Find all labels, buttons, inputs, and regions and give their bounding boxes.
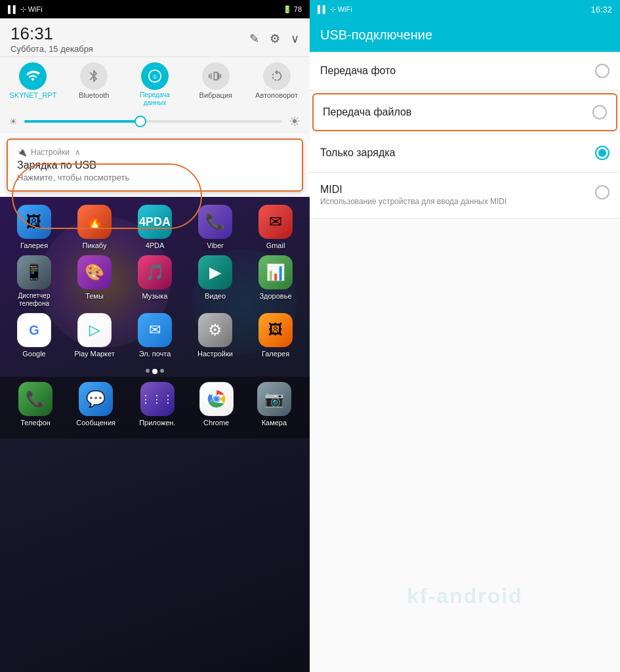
settings-app-icon: ⚙ [198, 313, 232, 347]
dock: 📞 Телефон 💬 Сообщения ⋮⋮⋮ Приложен. [0, 377, 310, 438]
dispatcher-label: Диспетчер телефона [7, 292, 62, 308]
dot-3 [160, 369, 164, 373]
chrome-icon [199, 382, 234, 416]
app-dispatcher[interactable]: 📱 Диспетчер телефона [7, 255, 62, 308]
gmail-label: Gmail [266, 242, 285, 250]
usb-options: Передача фото Передача файлов Только зар… [310, 52, 620, 672]
settings-label: Настройки [197, 350, 233, 358]
camera-icon: 📷 [257, 382, 291, 416]
usb-option-midi[interactable]: MIDI Использование устройства для ввода … [310, 173, 620, 219]
gmail-icon: ✉ [258, 205, 293, 239]
sms-label: Сообщения [76, 419, 115, 427]
charge-radio[interactable] [595, 146, 610, 160]
wifi-icon [19, 62, 47, 90]
page-indicator [0, 366, 310, 377]
edit-icon[interactable]: ✎ [249, 32, 259, 46]
vibration-icon [202, 62, 230, 90]
health-label: Здоровье [259, 292, 291, 301]
usb-icon: 🔌 [17, 148, 27, 157]
app-video[interactable]: ▶ Видео [188, 255, 243, 308]
pikabu-icon: 🔥 [77, 205, 112, 239]
app-email[interactable]: ✉ Эл. почта [127, 313, 182, 358]
app-gallery[interactable]: 🖼 Галерея [7, 205, 62, 250]
photo-radio[interactable] [595, 64, 610, 78]
usb-notification-card[interactable]: 🔌 Настройки ∧ Зарядка по USB Нажмите, чт… [7, 138, 303, 192]
themes-icon: 🎨 [77, 255, 112, 289]
dock-apps[interactable]: ⋮⋮⋮ Приложен. [139, 382, 175, 427]
usb-title: USB-подключение [320, 28, 610, 43]
notif-header: 16:31 Суббота, 15 декабря ✎ ⚙ ∨ [0, 18, 310, 56]
app-google[interactable]: G Google [7, 313, 62, 358]
app-grid: 🖼 Галерея 🔥 Пикабу 4PDA 4PDA 📞 Viber ✉ G… [0, 197, 310, 366]
toggle-data[interactable]: ① Передачаданных [129, 62, 181, 107]
files-radio[interactable] [592, 105, 607, 119]
4pda-icon: 4PDA [138, 205, 172, 239]
signal-icon: ▌▌ ⊹ WiFi [8, 5, 43, 14]
app-gmail[interactable]: ✉ Gmail [248, 205, 303, 250]
battery-status: 🔋 78 [283, 5, 302, 14]
viber-icon: 📞 [198, 205, 232, 239]
dock-chrome[interactable]: Chrome [199, 382, 234, 427]
status-bar-right: ▌▌ ⊹ WiFi 16:32 [310, 0, 620, 18]
bluetooth-label: Bluetooth [79, 91, 109, 100]
usb-option-files[interactable]: Передача файлов [312, 93, 617, 131]
toggle-rotation[interactable]: Автоповорот [251, 62, 303, 107]
notif-time: 16:31 [10, 24, 93, 44]
app-viber[interactable]: 📞 Viber [188, 205, 243, 250]
usb-option-charge[interactable]: Только зарядка [310, 134, 620, 173]
notif-title: Зарядка по USB [17, 159, 293, 171]
dock-phone[interactable]: 📞 Телефон [18, 382, 52, 427]
gallery-icon: 🖼 [17, 205, 51, 239]
app-settings[interactable]: ⚙ Настройки [188, 313, 243, 358]
app-pikabu[interactable]: 🔥 Пикабу [67, 205, 122, 250]
notif-subtitle: Нажмите, чтобы посмотреть [17, 173, 293, 182]
app-health[interactable]: 📊 Здоровье [248, 255, 303, 308]
app-gallery2[interactable]: 🖼 Галерея [248, 313, 303, 358]
notification-panel: 16:31 Суббота, 15 декабря ✎ ⚙ ∨ SKYNET_R… [0, 18, 310, 197]
files-option-wrapper: Передача файлов [312, 93, 617, 131]
brightness-row: ☀ ☀ [0, 110, 310, 133]
email-icon: ✉ [138, 313, 172, 347]
video-label: Видео [205, 292, 226, 301]
right-signal: ▌▌ ⊹ WiFi [318, 5, 352, 14]
usb-option-photo[interactable]: Передача фото [310, 52, 620, 91]
phone-label: Телефон [20, 419, 51, 427]
apps-icon: ⋮⋮⋮ [140, 382, 175, 416]
option-midi-text: MIDI Использование устройства для ввода … [320, 184, 506, 206]
left-panel: ▌▌ ⊹ WiFi 🔋 78 16:31 Суббота, 15 декабря… [0, 0, 310, 672]
dock-camera[interactable]: 📷 Камера [257, 382, 291, 427]
camera-label: Камера [262, 419, 287, 427]
4pda-label: 4PDA [146, 242, 165, 250]
status-bar-left: ▌▌ ⊹ WiFi 🔋 78 [0, 0, 310, 18]
notif-expand-icon: ∧ [75, 148, 81, 157]
settings-icon[interactable]: ⚙ [270, 32, 280, 46]
toggle-bluetooth[interactable]: Bluetooth [68, 62, 120, 107]
app-4pda[interactable]: 4PDA 4PDA [127, 205, 182, 250]
notif-card-header: 🔌 Настройки ∧ [17, 148, 293, 157]
vibration-label: Вибрация [199, 91, 232, 100]
brightness-track[interactable] [24, 120, 282, 123]
right-time: 16:32 [590, 5, 612, 14]
expand-icon[interactable]: ∨ [291, 32, 299, 46]
dispatcher-icon: 📱 [17, 255, 51, 289]
homescreen: 🖼 Галерея 🔥 Пикабу 4PDA 4PDA 📞 Viber ✉ G… [0, 197, 310, 672]
right-panel: ▌▌ ⊹ WiFi 16:32 USB-подключение Передача… [310, 0, 620, 672]
brightness-thumb [134, 116, 146, 127]
chrome-label: Chrome [203, 419, 229, 427]
brightness-low-icon: ☀ [9, 116, 18, 127]
toggle-wifi[interactable]: SKYNET_RPT [7, 62, 59, 107]
music-icon: 🎵 [138, 255, 172, 289]
app-play[interactable]: ▷ Play Маркет [67, 313, 122, 358]
google-icon: G [17, 313, 51, 347]
gallery2-icon: 🖼 [258, 313, 293, 347]
option-charge-text: Только зарядка [320, 147, 395, 159]
midi-radio[interactable] [595, 185, 610, 200]
dock-sms[interactable]: 💬 Сообщения [76, 382, 115, 427]
toggle-vibration[interactable]: Вибрация [190, 62, 242, 107]
app-music[interactable]: 🎵 Музыка [127, 255, 182, 308]
app-themes[interactable]: 🎨 Темы [67, 255, 122, 308]
google-label: Google [22, 350, 45, 358]
rotation-icon [263, 62, 291, 90]
brightness-high-icon: ☀ [289, 114, 300, 129]
notif-date: Суббота, 15 декабря [10, 44, 93, 54]
